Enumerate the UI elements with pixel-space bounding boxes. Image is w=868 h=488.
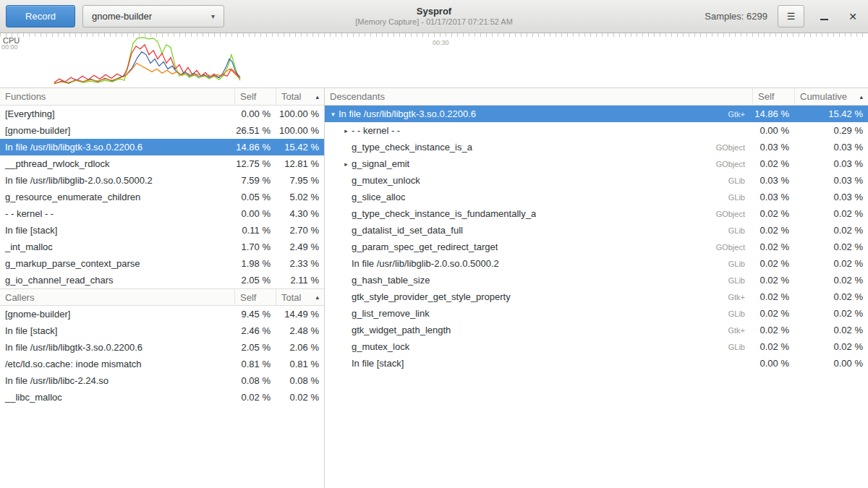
menu-button[interactable]: ☰ <box>778 5 804 27</box>
column-header-total[interactable]: Total ▴ <box>276 289 324 305</box>
column-header-callers[interactable]: Callers <box>0 289 234 305</box>
functions-row[interactable]: [Everything]0.00 %100.00 % <box>0 106 324 122</box>
descendants-row[interactable]: ▾In file /usr/lib/libgtk-3.so.0.2200.6Gt… <box>325 106 868 122</box>
functions-row[interactable]: g_resource_enumerate_children0.05 %5.02 … <box>0 189 324 205</box>
descendants-row[interactable]: g_datalist_id_set_data_fullGLib0.02 %0.0… <box>325 222 868 239</box>
library-badge: GLib <box>728 260 752 268</box>
callers-row[interactable]: /etc/ld.so.cache: inode mismatch0.81 %0.… <box>0 356 324 372</box>
descendants-row[interactable]: In file /usr/lib/libglib-2.0.so.0.5000.2… <box>325 255 868 272</box>
symbol-name: [gnome-builder] <box>0 309 234 320</box>
functions-row[interactable]: In file /usr/lib/libglib-2.0.so.0.5000.2… <box>0 172 324 189</box>
process-selector-dropdown[interactable]: gnome-builder ▾ <box>82 5 224 27</box>
symbol-name-cell: ▸- - kernel - - <box>325 125 745 136</box>
functions-row[interactable]: In file [stack]0.11 %2.70 % <box>0 222 324 239</box>
symbol-name: g_mutex_unlock <box>352 175 420 186</box>
descendants-table: ▾In file /usr/lib/libgtk-3.so.0.2200.6Gt… <box>325 106 868 372</box>
functions-row[interactable]: g_io_channel_read_chars2.05 %2.11 % <box>0 272 324 288</box>
descendants-row[interactable]: g_list_remove_linkGLib0.02 %0.02 % <box>325 305 868 322</box>
symbol-name-cell: g_list_remove_link <box>325 308 728 319</box>
symbol-name: - - kernel - - <box>0 208 234 219</box>
symbol-name: g_markup_parse_context_parse <box>0 258 234 269</box>
self-percent: 9.45 % <box>234 309 276 320</box>
descendants-row[interactable]: ▸- - kernel - -0.00 %0.29 % <box>325 122 868 139</box>
headerbar: Record gnome-builder ▾ Sysprof [Memory C… <box>0 0 868 33</box>
column-header-cumulative[interactable]: Cumulative ▴ <box>794 88 868 105</box>
library-badge: Gtk+ <box>728 293 752 301</box>
functions-table: [Everything]0.00 %100.00 %[gnome-builder… <box>0 106 324 288</box>
library-badge: GObject <box>716 160 752 168</box>
symbol-name-cell: g_hash_table_size <box>325 275 728 286</box>
column-header-descendants[interactable]: Descendants <box>325 88 752 105</box>
cumulative-percent: 0.03 % <box>794 142 868 153</box>
descendants-row[interactable]: g_param_spec_get_redirect_targetGObject0… <box>325 239 868 255</box>
functions-row[interactable]: g_markup_parse_context_parse1.98 %2.33 % <box>0 255 324 272</box>
total-percent: 12.81 % <box>276 158 324 169</box>
column-header-total[interactable]: Total ▴ <box>276 88 324 105</box>
cumulative-percent: 0.02 % <box>794 325 868 335</box>
self-percent: 0.02 % <box>752 291 794 302</box>
cumulative-percent: 0.02 % <box>794 308 868 319</box>
headerbar-right: Samples: 6299 ☰ ✕ <box>705 5 862 27</box>
functions-row[interactable]: __pthread_rwlock_rdlock12.75 %12.81 % <box>0 155 324 172</box>
headerbar-left: Record gnome-builder ▾ <box>6 5 224 27</box>
callers-row[interactable]: In file [stack]2.46 %2.48 % <box>0 322 324 339</box>
symbol-name: In file /usr/lib/libc-2.24.so <box>0 375 234 386</box>
symbol-name-cell: ▾In file /usr/lib/libgtk-3.so.0.2200.6 <box>325 108 728 119</box>
symbol-name: g_io_channel_read_chars <box>0 275 234 286</box>
record-button[interactable]: Record <box>6 5 75 27</box>
self-percent: 0.02 % <box>752 308 794 319</box>
self-percent: 0.00 % <box>234 108 276 119</box>
column-header-self[interactable]: Self <box>752 88 794 105</box>
descendants-row[interactable]: g_hash_table_sizeGLib0.02 %0.02 % <box>325 272 868 288</box>
cumulative-percent: 0.02 % <box>794 258 868 269</box>
capture-subtitle: [Memory Capture] - 01/17/2017 07:21:52 A… <box>355 17 513 27</box>
symbol-name-cell: g_type_check_instance_is_fundamentally_a <box>325 208 716 219</box>
self-percent: 2.46 % <box>234 325 276 336</box>
symbol-name: In file [stack] <box>0 325 234 336</box>
close-button[interactable]: ✕ <box>843 7 862 26</box>
cumulative-percent: 0.03 % <box>794 158 868 169</box>
descendants-row[interactable]: g_mutex_lockGLib0.02 %0.02 % <box>325 338 868 355</box>
cumulative-percent: 0.02 % <box>794 341 868 352</box>
self-percent: 14.86 % <box>752 108 794 119</box>
functions-row[interactable]: In file /usr/lib/libgtk-3.so.0.2200.614.… <box>0 139 324 155</box>
functions-row[interactable]: - - kernel - -0.00 %4.30 % <box>0 205 324 222</box>
column-header-self[interactable]: Self <box>234 88 276 105</box>
library-badge: GLib <box>728 176 752 185</box>
functions-row[interactable]: [gnome-builder]26.51 %100.00 % <box>0 122 324 139</box>
descendants-row[interactable]: g_mutex_unlockGLib0.03 %0.03 % <box>325 172 868 189</box>
self-percent: 0.03 % <box>752 175 794 186</box>
callers-row[interactable]: __libc_malloc0.02 %0.02 % <box>0 389 324 406</box>
self-percent: 0.00 % <box>752 358 794 369</box>
callers-row[interactable]: In file /usr/lib/libc-2.24.so0.08 %0.08 … <box>0 372 324 389</box>
library-badge: Gtk+ <box>728 110 752 119</box>
cpu-orange-line <box>54 63 240 83</box>
symbol-name-cell: g_param_spec_get_redirect_target <box>325 241 716 252</box>
column-header-functions[interactable]: Functions <box>0 88 234 105</box>
expander-icon[interactable]: ▾ <box>328 111 339 118</box>
descendants-row[interactable]: g_slice_allocGLib0.03 %0.03 % <box>325 189 868 205</box>
descendants-row[interactable]: In file [stack]0.00 %0.00 % <box>325 355 868 372</box>
callers-row[interactable]: In file /usr/lib/libgtk-3.so.0.2200.62.0… <box>0 339 324 356</box>
descendants-row[interactable]: g_type_check_instance_is_aGObject0.03 %0… <box>325 139 868 155</box>
library-badge: Gtk+ <box>728 326 752 335</box>
descendants-row[interactable]: gtk_style_provider_get_style_propertyGtk… <box>325 288 868 305</box>
descendants-row[interactable]: g_type_check_instance_is_fundamentally_a… <box>325 205 868 222</box>
total-percent: 14.49 % <box>276 309 324 320</box>
minimize-button[interactable] <box>814 7 833 26</box>
symbol-name: In file [stack] <box>0 225 234 236</box>
functions-row[interactable]: _int_malloc1.70 %2.49 % <box>0 239 324 255</box>
library-badge: GLib <box>728 309 752 318</box>
column-header-self[interactable]: Self <box>234 289 276 305</box>
symbol-name: g_param_spec_get_redirect_target <box>352 241 498 252</box>
hamburger-menu-icon: ☰ <box>787 11 796 22</box>
total-percent: 5.02 % <box>276 192 324 202</box>
cpu-timeline[interactable]: CPU 00:00 00:30 <box>0 33 868 88</box>
expander-icon[interactable]: ▸ <box>341 127 352 134</box>
self-percent: 7.59 % <box>234 175 276 186</box>
expander-icon[interactable]: ▸ <box>341 160 352 168</box>
descendants-row[interactable]: ▸g_signal_emitGObject0.02 %0.03 % <box>325 155 868 172</box>
total-percent: 0.02 % <box>276 392 324 403</box>
descendants-row[interactable]: gtk_widget_path_lengthGtk+0.02 %0.02 % <box>325 322 868 338</box>
callers-row[interactable]: [gnome-builder]9.45 %14.49 % <box>0 306 324 322</box>
